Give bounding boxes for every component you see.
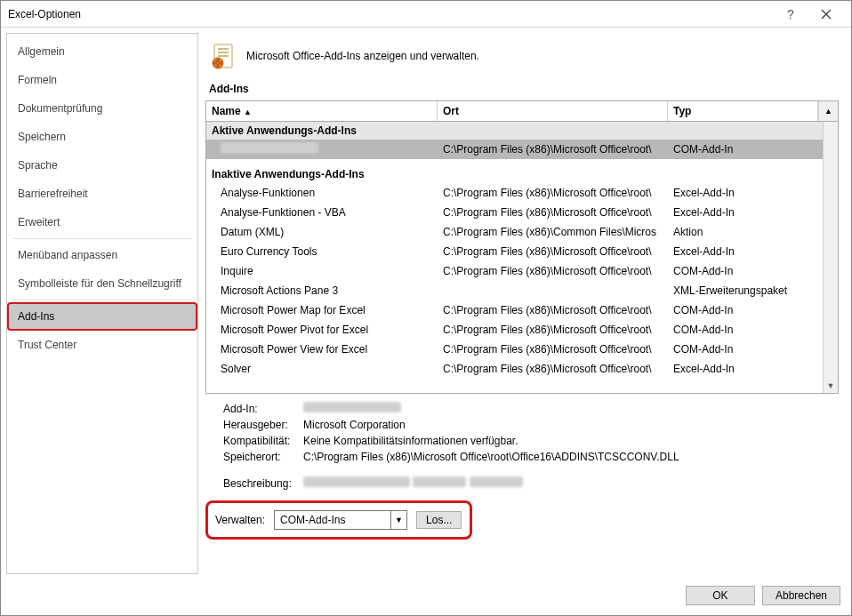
table-row[interactable]: Microsoft Power Map for Excel C:\Program… — [206, 300, 823, 320]
column-header-typ[interactable]: Typ — [668, 101, 818, 121]
sidebar-separator — [12, 300, 192, 300]
group-active: Aktive Anwendungs-Add-Ins — [206, 122, 823, 140]
detail-value-addin — [303, 401, 401, 417]
table-row[interactable]: Euro Currency Tools C:\Program Files (x8… — [206, 242, 823, 261]
titlebar: Excel-Optionen ? — [1, 1, 851, 28]
detail-label-kompat: Kompatibilität: — [223, 433, 303, 449]
sidebar-item-barrierefreiheit[interactable]: Barrierefreiheit — [7, 180, 197, 208]
main-panel: Microsoft Office-Add-Ins anzeigen und ve… — [204, 33, 846, 574]
detail-value-speicherort: C:\Program Files (x86)\Microsoft Office\… — [303, 449, 679, 465]
sidebar-item-sprache[interactable]: Sprache — [7, 151, 197, 180]
sidebar-separator — [12, 238, 192, 239]
detail-label-addin: Add-In: — [223, 401, 303, 417]
detail-value-beschreibung — [303, 476, 523, 492]
group-inactive: Inaktive Anwendungs-Add-Ins — [206, 159, 823, 183]
table-header: Name ▲ Ort Typ ▲ — [206, 101, 838, 122]
manage-label: Verwalten: — [213, 514, 265, 526]
sidebar-item-schnellzugriff[interactable]: Symbolleiste für den Schnellzugriff — [7, 269, 197, 298]
table-scrollbar[interactable]: ▼ — [823, 122, 838, 393]
section-heading: Add-Ins — [205, 83, 839, 100]
table-row[interactable]: Analyse-Funktionen C:\Program Files (x86… — [206, 183, 823, 203]
detail-label-herausgeber: Herausgeber: — [223, 417, 303, 433]
addins-table: Name ▲ Ort Typ ▲ Aktive Anwendungs-Add-I… — [205, 100, 839, 394]
sort-ascending-icon: ▲ — [244, 108, 252, 116]
detail-value-kompat: Keine Kompatibilitätsinformationen verfü… — [303, 433, 518, 449]
sidebar-item-addins[interactable]: Add-Ins — [7, 302, 197, 331]
svg-rect-6 — [217, 64, 220, 68]
detail-label-speicherort: Speicherort: — [223, 449, 303, 465]
close-button[interactable] — [808, 2, 844, 27]
manage-selected: COM-Add-Ins — [275, 514, 390, 526]
addins-icon — [209, 42, 237, 70]
help-button[interactable]: ? — [773, 2, 808, 27]
table-row[interactable]: Microsoft Actions Pane 3 XML-Erweiterung… — [206, 281, 823, 300]
panel-subtitle: Microsoft Office-Add-Ins anzeigen und ve… — [246, 50, 479, 62]
sidebar-item-allgemein[interactable]: Allgemein — [7, 37, 197, 66]
svg-rect-8 — [219, 62, 222, 65]
column-header-ort[interactable]: Ort — [438, 101, 668, 121]
chevron-down-icon: ▼ — [390, 511, 406, 529]
manage-combobox[interactable]: COM-Add-Ins ▼ — [274, 510, 407, 530]
table-rows: Aktive Anwendungs-Add-Ins C:\Program Fil… — [206, 122, 823, 393]
ok-button[interactable]: OK — [686, 586, 755, 605]
addin-details: Add-In: Herausgeber: Microsoft Corporati… — [205, 394, 839, 495]
table-row[interactable]: Microsoft Power View for Excel C:\Progra… — [206, 340, 823, 359]
dialog-footer: OK Abbrechen — [1, 580, 851, 615]
svg-rect-7 — [213, 62, 217, 65]
sidebar-item-erweitert[interactable]: Erweitert — [7, 208, 197, 236]
table-row[interactable]: Analyse-Funktionen - VBA C:\Program File… — [206, 203, 823, 222]
go-button[interactable]: Los... — [416, 511, 462, 529]
options-dialog: Excel-Optionen ? Allgemein Formeln Dokum… — [0, 0, 852, 616]
column-header-name[interactable]: Name ▲ — [206, 101, 438, 121]
detail-label-beschreibung: Beschreibung: — [223, 476, 303, 492]
svg-rect-5 — [217, 59, 220, 62]
table-row[interactable]: Microsoft Power Pivot for Excel C:\Progr… — [206, 320, 823, 340]
cancel-button[interactable]: Abbrechen — [762, 586, 840, 605]
close-icon — [821, 9, 832, 20]
sidebar-item-formeln[interactable]: Formeln — [7, 66, 197, 94]
scrollbar-up[interactable]: ▲ — [818, 101, 838, 121]
sidebar: Allgemein Formeln Dokumentprüfung Speich… — [6, 33, 198, 574]
detail-value-herausgeber: Microsoft Corporation — [303, 417, 406, 433]
sidebar-item-dokumentpruefung[interactable]: Dokumentprüfung — [7, 94, 197, 123]
window-title: Excel-Optionen — [8, 8, 773, 20]
sidebar-item-trustcenter[interactable]: Trust Center — [7, 331, 197, 359]
table-row[interactable]: C:\Program Files (x86)\Microsoft Office\… — [206, 140, 823, 159]
table-row[interactable]: Inquire C:\Program Files (x86)\Microsoft… — [206, 261, 823, 281]
sidebar-item-menueband[interactable]: Menüband anpassen — [7, 241, 197, 269]
scrollbar-down-icon[interactable]: ▼ — [824, 378, 838, 393]
table-row[interactable]: Solver C:\Program Files (x86)\Microsoft … — [206, 359, 823, 379]
manage-row: Verwalten: COM-Add-Ins ▼ Los... — [205, 500, 472, 540]
sidebar-item-speichern[interactable]: Speichern — [7, 123, 197, 151]
table-row[interactable]: Datum (XML) C:\Program Files (x86)\Commo… — [206, 222, 823, 242]
panel-header: Microsoft Office-Add-Ins anzeigen und ve… — [205, 35, 839, 83]
